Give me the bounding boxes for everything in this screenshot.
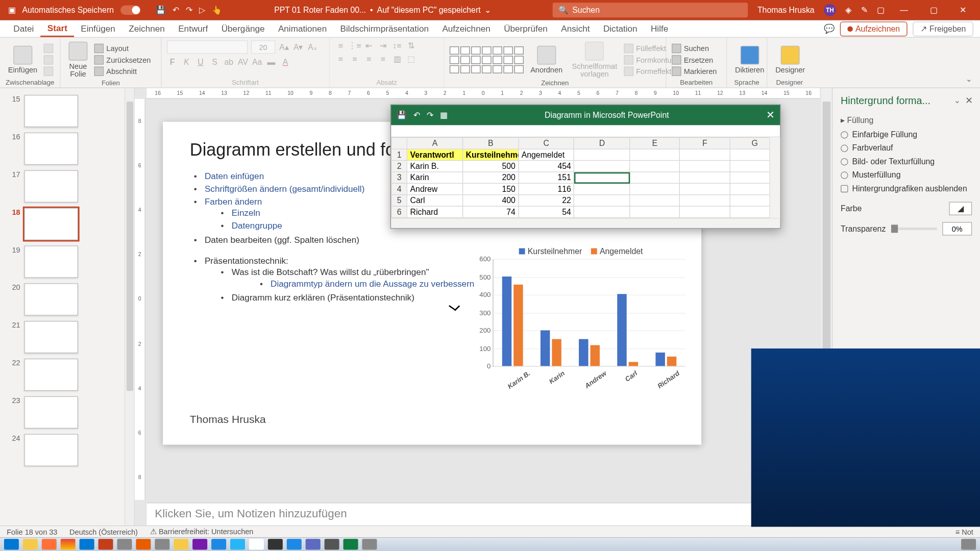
app-icon[interactable] bbox=[117, 539, 132, 549]
pane-section[interactable]: ▸ Füllung bbox=[841, 113, 972, 128]
notes-pane[interactable]: Klicken Sie, um Notizen hinzuzufügen bbox=[146, 503, 820, 527]
comments-icon[interactable]: 💬 bbox=[824, 23, 835, 34]
editor-close-button[interactable]: ✕ bbox=[766, 109, 775, 121]
app-icon[interactable] bbox=[362, 539, 377, 549]
hide-bg-graphics-option[interactable]: Hintergrundgrafiken ausblenden bbox=[841, 182, 972, 195]
section-button[interactable]: Abschnitt bbox=[94, 67, 151, 76]
thumb-18[interactable]: 18 bbox=[0, 205, 134, 243]
case-button[interactable]: Aa bbox=[252, 57, 262, 67]
font-color-button[interactable]: A bbox=[280, 57, 291, 67]
thumbs-scrollbar[interactable] bbox=[125, 88, 134, 527]
paste-button[interactable]: Einfügen bbox=[6, 44, 40, 75]
dictate-button[interactable]: Diktieren bbox=[732, 44, 767, 75]
pen-icon[interactable]: ✎ bbox=[861, 6, 868, 15]
pattern-fill-option[interactable]: Musterfüllung bbox=[841, 168, 972, 182]
line-spacing-icon[interactable]: ↕≡ bbox=[391, 40, 402, 51]
app-icon[interactable] bbox=[306, 539, 321, 549]
align-center-icon[interactable]: ≡ bbox=[349, 54, 360, 64]
tab-ansicht[interactable]: Ansicht bbox=[554, 20, 597, 37]
thumb-20[interactable]: 20 bbox=[0, 281, 134, 318]
autosave-toggle[interactable] bbox=[120, 6, 141, 15]
thumb-16[interactable]: 16 bbox=[0, 130, 134, 168]
align-left-icon[interactable]: ≡ bbox=[335, 54, 346, 64]
start-icon[interactable] bbox=[4, 539, 19, 549]
italic-button[interactable]: K bbox=[181, 57, 192, 67]
search-input[interactable]: 🔍 Suchen bbox=[553, 3, 748, 17]
pane-close-button[interactable]: ✕ bbox=[965, 95, 973, 106]
layout-button[interactable]: Layout bbox=[94, 44, 151, 53]
align-right-icon[interactable]: ≡ bbox=[363, 54, 374, 64]
onenote-icon[interactable] bbox=[192, 539, 207, 549]
transparency-slider[interactable] bbox=[891, 228, 937, 230]
tab-entwurf[interactable]: Entwurf bbox=[172, 20, 214, 37]
maximize-button[interactable]: ▢ bbox=[923, 6, 944, 15]
slide-counter[interactable]: Folie 18 von 33 bbox=[7, 528, 57, 536]
editor-grid-icon[interactable]: ▦ bbox=[440, 110, 448, 119]
transparency-input[interactable] bbox=[942, 222, 972, 235]
editor-h-scroll[interactable] bbox=[391, 218, 780, 228]
solid-fill-option[interactable]: Einfarbige Füllung bbox=[841, 128, 972, 141]
app-icon[interactable] bbox=[174, 539, 188, 549]
gradient-fill-option[interactable]: Farbverlauf bbox=[841, 141, 972, 155]
color-picker-button[interactable]: ◢ bbox=[949, 202, 972, 215]
undo-icon[interactable]: ↶ bbox=[173, 6, 179, 15]
thumb-22[interactable]: 22 bbox=[0, 356, 134, 394]
powerpoint-icon[interactable] bbox=[99, 539, 113, 549]
thumb-21[interactable]: 21 bbox=[0, 318, 134, 356]
tab-dictation[interactable]: Dictation bbox=[597, 20, 644, 37]
thumb-17[interactable]: 17 bbox=[0, 167, 134, 205]
notes-toggle[interactable]: ≡ Not bbox=[955, 528, 973, 536]
cut-button[interactable] bbox=[44, 43, 53, 53]
text-direction-icon[interactable]: ⇅ bbox=[406, 40, 416, 51]
obs-icon[interactable] bbox=[268, 539, 283, 549]
tab-hilfe[interactable]: Hilfe bbox=[644, 20, 675, 37]
columns-icon[interactable]: ▥ bbox=[391, 54, 402, 64]
excel-icon[interactable] bbox=[344, 539, 358, 549]
underline-button[interactable]: U bbox=[195, 57, 206, 67]
pane-dropdown-icon[interactable]: ⌄ bbox=[954, 96, 960, 105]
selected-cell[interactable] bbox=[574, 172, 630, 183]
bullets-icon[interactable]: ≡ bbox=[335, 40, 346, 51]
record-button[interactable]: Aufzeichnen bbox=[840, 21, 908, 36]
user-name[interactable]: Thomas Hruska bbox=[757, 6, 815, 15]
highlight-button[interactable]: ▬ bbox=[266, 57, 277, 67]
collapse-ribbon-icon[interactable]: ⌄ bbox=[966, 74, 972, 83]
chrome-icon[interactable] bbox=[61, 539, 76, 549]
thumb-19[interactable]: 19 bbox=[0, 243, 134, 281]
select-button[interactable]: Markieren bbox=[672, 66, 717, 76]
dropdown-icon[interactable]: ⌄ bbox=[484, 6, 491, 15]
close-button[interactable]: ✕ bbox=[953, 6, 973, 15]
app-icon[interactable] bbox=[155, 539, 169, 549]
thumb-23[interactable]: 23 bbox=[0, 393, 134, 431]
tab-einfuegen[interactable]: Einfügen bbox=[74, 20, 122, 37]
new-slide-button[interactable]: Neue Folie bbox=[66, 40, 90, 79]
app-icon[interactable] bbox=[211, 539, 226, 549]
picture-fill-option[interactable]: Bild- oder Texturfüllung bbox=[841, 155, 972, 168]
find-button[interactable]: Suchen bbox=[672, 43, 717, 53]
avatar[interactable]: TH bbox=[824, 4, 836, 16]
tab-zeichnen[interactable]: Zeichnen bbox=[122, 20, 172, 37]
numbering-icon[interactable]: ⋮≡ bbox=[349, 40, 360, 51]
tab-datei[interactable]: Datei bbox=[7, 20, 40, 37]
format-painter-button[interactable] bbox=[44, 66, 53, 76]
col-header[interactable]: A bbox=[407, 138, 463, 149]
arrange-button[interactable]: Anordnen bbox=[528, 44, 565, 76]
strike-button[interactable]: S bbox=[209, 57, 220, 67]
settings-icon[interactable] bbox=[325, 539, 339, 549]
chart[interactable]: Kursteilnehmer Angemeldet 01002003004005… bbox=[470, 247, 685, 395]
font-size-select[interactable]: 20 bbox=[251, 40, 275, 54]
corner-cell[interactable] bbox=[391, 138, 407, 149]
slide-canvas[interactable]: 1615141312111098765432101234567891011121… bbox=[135, 88, 832, 527]
tab-start[interactable]: Start bbox=[41, 20, 74, 37]
justify-icon[interactable]: ≡ bbox=[378, 54, 388, 64]
quick-styles-button[interactable]: Schnellformat vorlagen bbox=[569, 40, 620, 79]
shadow-button[interactable]: ab bbox=[224, 57, 234, 67]
firefox-icon[interactable] bbox=[42, 539, 57, 549]
tab-animationen[interactable]: Animationen bbox=[272, 20, 334, 37]
tab-uebergaenge[interactable]: Übergänge bbox=[215, 20, 272, 37]
tab-ueberpruefen[interactable]: Überprüfen bbox=[497, 20, 554, 37]
redo-icon[interactable]: ↷ bbox=[186, 6, 192, 15]
shapes-gallery[interactable] bbox=[450, 46, 524, 73]
language-indicator[interactable]: Deutsch (Österreich) bbox=[69, 528, 138, 536]
thumb-24[interactable]: 24 bbox=[0, 431, 134, 469]
